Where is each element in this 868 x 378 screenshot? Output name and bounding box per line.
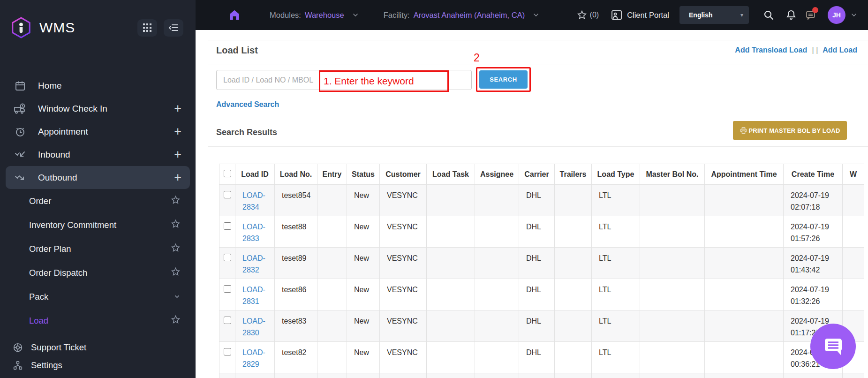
cell-select — [219, 248, 235, 279]
favorite-star-icon[interactable] — [171, 195, 181, 207]
main-content: Load List Add Transload Load | | Add Loa… — [196, 30, 868, 378]
sidebar-subitem-order-dispatch[interactable]: Order Dispatch — [0, 261, 196, 285]
load-id-link[interactable]: LOAD-2833 — [242, 223, 265, 242]
annotation-step2-box: SEARCH — [476, 67, 531, 92]
row-checkbox[interactable] — [224, 254, 231, 261]
cell-appointment — [705, 342, 784, 373]
cell-carrier: DHL — [519, 279, 555, 310]
sidebar-subitem-label: Order Plan — [29, 244, 71, 254]
row-checkbox[interactable] — [224, 222, 231, 230]
cell-entry — [317, 216, 347, 248]
sidebar-subitem-inventory-commitment[interactable]: Inventory Commitment — [0, 213, 196, 237]
modules-selector[interactable]: Modules: Warehouse — [270, 11, 359, 20]
favorite-star-icon[interactable] — [171, 315, 181, 327]
app-title: WMS — [39, 20, 75, 36]
sidebar-item-outbound[interactable]: Outbound+ — [6, 166, 190, 189]
messages-icon[interactable] — [805, 10, 816, 20]
links-separator: | | — [812, 46, 818, 54]
home-icon[interactable] — [228, 9, 241, 21]
account-chevron-down-icon[interactable] — [850, 11, 858, 19]
cell-load_id: LOAD-2834 — [235, 185, 275, 216]
sidebar-subitem-load[interactable]: Load — [0, 309, 196, 333]
column-header-carrier: Carrier — [519, 164, 555, 185]
avatar[interactable]: JH — [828, 6, 845, 24]
favorite-star-icon[interactable] — [171, 267, 181, 279]
apps-grid-button[interactable] — [137, 19, 157, 37]
row-checkbox[interactable] — [224, 191, 231, 198]
add-load-link[interactable]: Add Load — [823, 46, 857, 54]
cell-customer: VESYNC — [380, 185, 427, 216]
client-portal-button[interactable]: Client Portal — [611, 10, 669, 20]
table-row: LOAD-2832teset89NewVESYNCDHLLTL2024-07-1… — [219, 248, 864, 279]
chevron-down-icon[interactable] — [532, 11, 540, 19]
sidebar-subitem-order[interactable]: Order — [0, 189, 196, 213]
expand-plus-icon[interactable]: + — [174, 171, 181, 184]
chat-widget-button[interactable] — [810, 324, 856, 369]
sidebar-subitem-pack[interactable]: Pack — [0, 285, 196, 309]
select-all-checkbox[interactable] — [224, 170, 231, 177]
collapse-sidebar-button[interactable] — [164, 19, 183, 37]
sidebar-item-appointment[interactable]: Appointment+ — [0, 120, 196, 143]
advanced-search-link[interactable]: Advanced Search — [216, 100, 279, 109]
expand-plus-icon[interactable]: + — [174, 125, 181, 138]
favorites-button[interactable]: (0) — [577, 10, 599, 20]
sidebar-item-inbound[interactable]: Inbound+ — [0, 143, 196, 166]
load-id-link[interactable]: LOAD-2829 — [242, 348, 265, 368]
column-header-status: Status — [347, 164, 380, 185]
language-value: English — [689, 11, 713, 19]
print-button-label: PRINT MASTER BOL BY LOAD — [749, 127, 840, 134]
cell-assignee — [475, 342, 519, 373]
load-id-link[interactable]: LOAD-2832 — [242, 254, 265, 274]
row-checkbox[interactable] — [224, 317, 231, 324]
sidebar-item-window-check-in[interactable]: Window Check In+ — [0, 97, 196, 120]
row-checkbox[interactable] — [224, 285, 231, 293]
sidebar-subitem-order-plan[interactable]: Order Plan — [0, 237, 196, 261]
cell-master_bol — [640, 248, 705, 279]
print-master-bol-button[interactable]: PRINT MASTER BOL BY LOAD — [733, 121, 847, 140]
sidebar-item-support-ticket[interactable]: Support Ticket — [0, 339, 196, 356]
table-row: LOAD-2830teset83NewVESYNCDHLLTL2024-07-1… — [219, 310, 864, 342]
cell-assignee — [475, 310, 519, 342]
modules-label: Modules: — [270, 11, 301, 20]
table-row: LOAD-2831teset86NewVESYNCDHLLTL2024-07-1… — [219, 279, 864, 310]
row-checkbox[interactable] — [224, 348, 231, 355]
client-portal-label: Client Portal — [627, 11, 669, 20]
cell-assignee — [475, 248, 519, 279]
cell-appointment — [705, 310, 784, 342]
sidebar-item-home[interactable]: Home — [0, 74, 196, 97]
cell-customer: VESYNC — [380, 216, 427, 248]
chevron-down-icon[interactable] — [174, 291, 181, 302]
sidebar-subitem-label: Order — [29, 196, 51, 206]
expand-plus-icon[interactable]: + — [174, 102, 181, 115]
facility-selector[interactable]: Facility: Arovast Anaheim (Anaheim, CA) — [384, 11, 540, 20]
topbar: Modules: Warehouse Facility: Arovast Ana… — [196, 0, 868, 30]
chevron-down-icon[interactable] — [352, 11, 359, 19]
load-id-link[interactable]: LOAD-2831 — [242, 286, 265, 305]
search-button[interactable]: SEARCH — [479, 70, 528, 89]
column-header-appointment: Appointment Time — [705, 164, 784, 185]
sidebar-subitem-label: Inventory Commitment — [29, 220, 116, 230]
cell-load_task — [427, 216, 475, 248]
sidebar: WMS HomeWindow Check In+Appointment+Inbo… — [0, 0, 196, 378]
column-header-customer: Customer — [380, 164, 427, 185]
load-id-link[interactable]: LOAD-2830 — [242, 317, 265, 337]
divider — [208, 146, 868, 147]
search-icon[interactable] — [763, 9, 774, 21]
cell-load_no: teset86 — [275, 279, 317, 310]
cell-load_no: teset83 — [275, 310, 317, 342]
load-id-link[interactable]: LOAD-2834 — [242, 191, 265, 211]
notifications-bell-icon[interactable] — [785, 9, 797, 21]
language-dropdown[interactable]: English ▾ — [679, 6, 749, 24]
cell-carrier: DHL — [519, 185, 555, 216]
sidebar-subitem-label: Load — [29, 316, 48, 326]
cell-create_time: 2024-07-19 01:32:26 — [784, 279, 843, 310]
add-transload-load-link[interactable]: Add Transload Load — [735, 46, 807, 54]
sidebar-item-label: Settings — [31, 360, 62, 370]
sidebar-item-settings[interactable]: Settings — [0, 356, 196, 374]
favorite-star-icon[interactable] — [171, 243, 181, 255]
favorite-star-icon[interactable] — [171, 219, 181, 231]
cell-load_task — [427, 342, 475, 373]
cell-entry — [317, 279, 347, 310]
cell-trailers — [555, 342, 592, 373]
expand-plus-icon[interactable]: + — [174, 148, 181, 161]
